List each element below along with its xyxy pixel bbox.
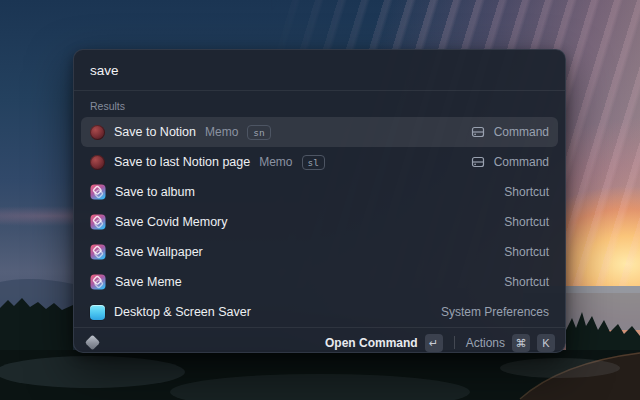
result-title: Save Covid Memory xyxy=(115,215,228,229)
result-title: Save to Notion xyxy=(114,125,196,139)
result-subtitle: Memo xyxy=(259,155,292,169)
memo-icon xyxy=(90,155,105,170)
command-glyph-icon xyxy=(471,125,485,139)
open-command-label: Open Command xyxy=(325,336,418,350)
result-title: Save to last Notion page xyxy=(114,155,250,169)
shortcuts-icon xyxy=(90,244,106,260)
alias-badge: sl xyxy=(302,155,325,170)
desktop-preferences-icon xyxy=(90,305,105,320)
result-row-save-meme[interactable]: Save Meme Shortcut xyxy=(81,267,558,297)
result-row-save-to-notion[interactable]: Save to Notion Memo sn Command xyxy=(81,117,558,147)
k-key-icon: K xyxy=(537,334,555,352)
command-key-icon: ⌘ xyxy=(512,334,530,352)
launcher-window: Results Save to Notion Memo sn Command S… xyxy=(73,49,566,353)
result-title: Save Meme xyxy=(115,275,182,289)
footer-bar: Open Command ↵ Actions ⌘ K xyxy=(74,327,565,357)
result-type: Command xyxy=(494,155,549,169)
alias-badge: sn xyxy=(247,125,270,140)
open-command-button[interactable]: Open Command ↵ xyxy=(325,334,443,352)
result-type: Shortcut xyxy=(504,185,549,199)
result-row-save-to-album[interactable]: Save to album Shortcut xyxy=(81,177,558,207)
result-row-desktop-screen-saver[interactable]: Desktop & Screen Saver System Preference… xyxy=(81,297,558,327)
shortcuts-icon xyxy=(90,214,106,230)
result-title: Save to album xyxy=(115,185,195,199)
result-type: System Preferences xyxy=(441,305,549,319)
results-list: Save to Notion Memo sn Command Save to l… xyxy=(74,117,565,327)
result-title: Save Wallpaper xyxy=(115,245,203,259)
result-type: Command xyxy=(494,125,549,139)
result-subtitle: Memo xyxy=(205,125,238,139)
return-key-icon: ↵ xyxy=(425,334,443,352)
results-section-label: Results xyxy=(74,91,565,117)
result-row-save-covid-memory[interactable]: Save Covid Memory Shortcut xyxy=(81,207,558,237)
shortcuts-icon xyxy=(90,184,106,200)
result-title: Desktop & Screen Saver xyxy=(114,305,251,319)
search-input[interactable] xyxy=(90,63,549,78)
result-type: Shortcut xyxy=(504,245,549,259)
result-type: Shortcut xyxy=(504,275,549,289)
result-row-save-to-last-notion-page[interactable]: Save to last Notion page Memo sl Command xyxy=(81,147,558,177)
memo-icon xyxy=(90,125,105,140)
command-glyph-icon xyxy=(471,155,485,169)
result-row-save-wallpaper[interactable]: Save Wallpaper Shortcut xyxy=(81,237,558,267)
raycast-diamond-icon[interactable] xyxy=(85,335,101,351)
shortcuts-icon xyxy=(90,274,106,290)
result-type: Shortcut xyxy=(504,215,549,229)
search-bar xyxy=(74,50,565,91)
footer-divider xyxy=(454,336,455,349)
actions-label: Actions xyxy=(466,336,505,350)
actions-button[interactable]: Actions ⌘ K xyxy=(466,334,555,352)
